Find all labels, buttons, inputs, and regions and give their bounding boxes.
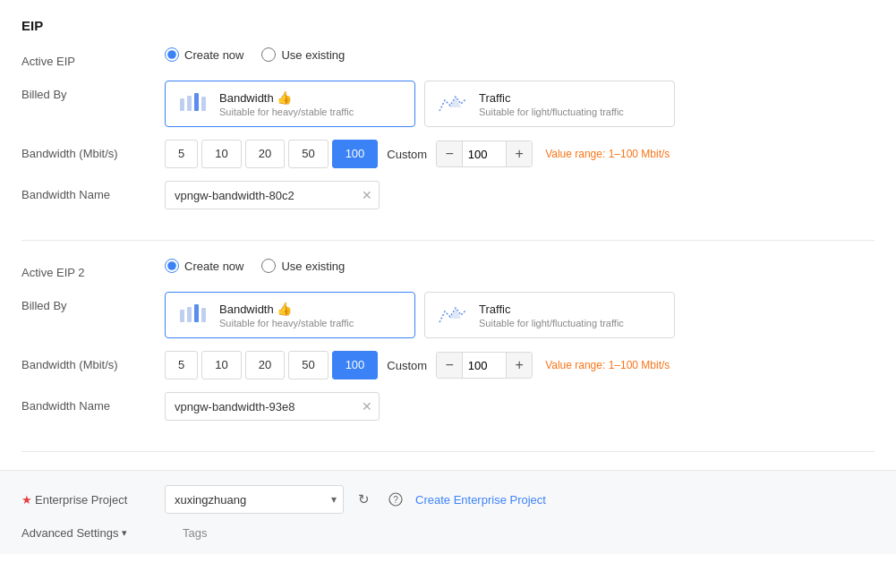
- eip1-use-existing-option[interactable]: Use existing: [261, 47, 345, 62]
- tags-label: Tags: [183, 526, 207, 540]
- eip2-use-existing-option[interactable]: Use existing: [261, 259, 345, 273]
- eip1-bw-20[interactable]: 20: [245, 140, 285, 168]
- eip2-name-input-wrap: ✕: [165, 392, 380, 421]
- eip2-radios: Create now Use existing: [165, 259, 345, 273]
- eip2-traffic-icon: [438, 303, 470, 328]
- eip1-use-existing-radio[interactable]: [261, 47, 276, 62]
- eip1-bandwidth-card-sub: Suitable for heavy/stable traffic: [219, 107, 354, 117]
- eip1-radios: Create now Use existing: [165, 47, 345, 62]
- svg-rect-7: [194, 304, 199, 322]
- eip2-use-existing-radio[interactable]: [261, 259, 276, 273]
- eip1-bw-5[interactable]: 5: [165, 140, 198, 168]
- eip2-use-existing-label: Use existing: [281, 260, 345, 273]
- eip2-name-row: Bandwidth Name ✕: [21, 392, 875, 421]
- enterprise-select[interactable]: xuxingzhuang: [165, 485, 344, 514]
- svg-rect-5: [180, 310, 184, 322]
- eip2-billed-label: Billed By: [21, 292, 165, 312]
- eip2-create-now-radio[interactable]: [165, 259, 179, 273]
- eip2-bandwidth-card-title: Bandwidth 👍: [219, 302, 354, 316]
- eip2-name-clear-icon[interactable]: ✕: [362, 399, 372, 413]
- eip2-create-now-option[interactable]: Create now: [165, 259, 243, 273]
- eip1-bw-input[interactable]: [462, 141, 507, 166]
- eip2-billed-content: Bandwidth 👍 Suitable for heavy/stable tr…: [165, 292, 875, 338]
- eip1-bw-options: 5 10 20 50 100 Custom − + Value range: 1…: [165, 140, 670, 168]
- eip2-name-input[interactable]: [165, 392, 380, 421]
- svg-rect-6: [187, 307, 192, 322]
- create-enterprise-link[interactable]: Create Enterprise Project: [415, 493, 546, 507]
- enterprise-label: ★ Enterprise Project: [21, 493, 165, 507]
- eip2-bandwidth-content: 5 10 20 50 100 Custom − + Value range: 1…: [165, 351, 875, 379]
- eip1-traffic-card-title: Traffic: [479, 91, 624, 105]
- eip2-bw-50[interactable]: 50: [288, 351, 328, 379]
- eip2-bw-input[interactable]: [462, 353, 507, 378]
- eip2-bw-increment[interactable]: +: [507, 353, 532, 378]
- bottom-section: ★ Enterprise Project xuxingzhuang ▾ ↻ ?: [0, 470, 896, 554]
- eip1-billed-row: Billed By: [21, 81, 875, 127]
- eip1-traffic-card[interactable]: Traffic Suitable for light/fluctuating t…: [424, 81, 675, 127]
- eip1-create-now-label: Create now: [184, 48, 243, 62]
- eip2-radio-group: Create now Use existing: [165, 259, 875, 273]
- help-icon[interactable]: ?: [383, 487, 408, 512]
- eip2-bw-5[interactable]: 5: [165, 351, 198, 379]
- eip2-name-label: Bandwidth Name: [21, 392, 165, 413]
- eip1-bandwidth-row-label: Bandwidth (Mbit/s): [21, 140, 165, 160]
- page-container: EIP Active EIP Create now Use existing: [0, 0, 896, 588]
- eip1-traffic-card-sub: Suitable for light/fluctuating traffic: [479, 107, 624, 117]
- refresh-icon[interactable]: ↻: [351, 487, 376, 512]
- svg-rect-0: [180, 98, 184, 111]
- eip1-bw-increment[interactable]: +: [507, 141, 532, 166]
- eip1-bw-50[interactable]: 50: [288, 140, 328, 168]
- eip2-bandwidth-row: Bandwidth (Mbit/s) 5 10 20 50 100 Custom…: [21, 351, 875, 379]
- eip1-traffic-icon: [438, 91, 470, 116]
- eip2-thumb-icon: 👍: [277, 302, 292, 316]
- eip2-traffic-card[interactable]: Traffic Suitable for light/fluctuating t…: [424, 292, 675, 338]
- eip1-bw-10[interactable]: 10: [201, 140, 241, 168]
- eip1-create-now-option[interactable]: Create now: [165, 47, 243, 62]
- eip1-name-input[interactable]: [165, 181, 380, 209]
- eip2-traffic-card-sub: Suitable for light/fluctuating traffic: [479, 318, 624, 328]
- advanced-settings-toggle[interactable]: Advanced Settings ▾: [21, 526, 165, 540]
- eip2-bw-options: 5 10 20 50 100 Custom − + Value range: 1…: [165, 351, 670, 379]
- eip1-billed-cards: Bandwidth 👍 Suitable for heavy/stable tr…: [165, 81, 675, 127]
- eip1-create-now-radio[interactable]: [165, 47, 179, 62]
- eip1-thumb-icon: 👍: [277, 90, 292, 105]
- eip1-name-row: Bandwidth Name ✕: [21, 181, 875, 209]
- svg-rect-2: [194, 93, 199, 111]
- eip1-billed-content: Bandwidth 👍 Suitable for heavy/stable tr…: [165, 81, 875, 127]
- eip2-bw-range-hint: Value range: 1–100 Mbit/s: [545, 359, 670, 371]
- eip2-bandwidth-row-label: Bandwidth (Mbit/s): [21, 351, 165, 371]
- svg-rect-3: [201, 97, 206, 111]
- eip1-bw-decrement[interactable]: −: [437, 141, 462, 166]
- eip2-bw-20[interactable]: 20: [245, 351, 285, 379]
- eip2-bandwidth-card-text: Bandwidth 👍 Suitable for heavy/stable tr…: [219, 302, 354, 328]
- eip2-bw-custom-label: Custom: [387, 359, 427, 372]
- eip1-name-input-wrap: ✕: [165, 181, 380, 209]
- eip1-name-clear-icon[interactable]: ✕: [362, 188, 372, 202]
- advanced-settings-row: Advanced Settings ▾ Tags: [21, 526, 875, 540]
- eip1-bw-stepper: − +: [436, 141, 533, 167]
- eip2-name-content: ✕: [165, 392, 875, 421]
- eip2-bandwidth-icon: [178, 303, 210, 328]
- required-star: ★: [21, 493, 32, 507]
- eip1-bandwidth-content: 5 10 20 50 100 Custom − + Value range: 1…: [165, 140, 875, 168]
- eip1-bw-100[interactable]: 100: [332, 140, 379, 168]
- eip1-bw-range-hint: Value range: 1–100 Mbit/s: [545, 148, 670, 160]
- svg-rect-1: [187, 96, 192, 111]
- eip1-bandwidth-card-title: Bandwidth 👍: [219, 90, 354, 105]
- eip1-radio-group: Create now Use existing: [165, 47, 875, 62]
- eip1-bandwidth-row: Bandwidth (Mbit/s) 5 10 20 50 100 Custom…: [21, 140, 875, 168]
- eip2-bw-stepper: − +: [436, 352, 533, 379]
- eip1-bandwidth-card[interactable]: Bandwidth 👍 Suitable for heavy/stable tr…: [165, 81, 415, 127]
- enterprise-select-wrap: xuxingzhuang ▾: [165, 485, 344, 514]
- eip2-bw-decrement[interactable]: −: [437, 353, 462, 378]
- svg-text:?: ?: [393, 495, 398, 505]
- enterprise-row: ★ Enterprise Project xuxingzhuang ▾ ↻ ?: [21, 485, 875, 514]
- eip2-bw-100[interactable]: 100: [332, 351, 379, 379]
- eip2-label: Active EIP 2: [21, 259, 165, 279]
- chevron-down-icon: ▾: [122, 527, 127, 539]
- eip1-name-content: ✕: [165, 181, 875, 209]
- enterprise-content: xuxingzhuang ▾ ↻ ? Create Enterprise Pro…: [165, 485, 546, 514]
- eip2-billed-cards: Bandwidth 👍 Suitable for heavy/stable tr…: [165, 292, 675, 338]
- eip2-bw-10[interactable]: 10: [201, 351, 241, 379]
- eip2-bandwidth-card[interactable]: Bandwidth 👍 Suitable for heavy/stable tr…: [165, 292, 415, 338]
